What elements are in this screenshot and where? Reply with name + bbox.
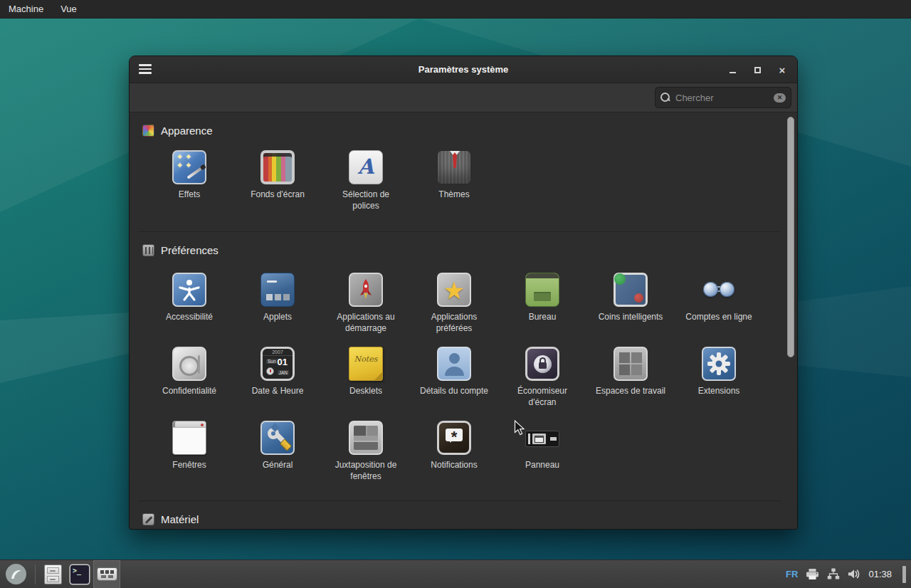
- search-input[interactable]: [675, 93, 774, 103]
- system-settings-window: Paramètres système × ✕ Apparence Effets: [129, 56, 798, 530]
- section-title: Préférences: [161, 244, 218, 256]
- settings-item-coins-intelligents[interactable]: Coins intelligents: [586, 273, 675, 347]
- settings-item-comptes-en-ligne[interactable]: Comptes en ligne: [675, 273, 763, 347]
- panel-icon: [525, 421, 559, 455]
- settings-item-general[interactable]: Général: [233, 421, 322, 495]
- mint-menu-button[interactable]: [0, 560, 31, 588]
- hamburger-menu-icon[interactable]: [139, 64, 152, 75]
- applets-icon: [260, 273, 295, 307]
- item-label: Bureau: [529, 312, 557, 323]
- mint-logo-icon: [5, 563, 27, 585]
- vm-menubar: Machine Vue: [0, 0, 911, 19]
- item-label: Général: [263, 460, 293, 471]
- keyboard-layout-indicator[interactable]: FR: [786, 569, 798, 579]
- item-label: Coins intelligents: [599, 312, 663, 323]
- settings-item-fenetres[interactable]: Fenêtres: [145, 421, 233, 495]
- system-settings-taskbar-button[interactable]: [93, 560, 120, 588]
- close-icon[interactable]: ×: [777, 65, 787, 75]
- section-header-materiel: Matériel: [142, 510, 797, 527]
- section-divider: [138, 231, 781, 232]
- settings-keys-icon: [97, 567, 117, 581]
- settings-item-confidentialite[interactable]: Confidentialité: [145, 347, 233, 421]
- magic-wand-shape: [186, 165, 204, 179]
- calendar-weekday: Sun: [266, 359, 278, 364]
- network-icon[interactable]: [827, 568, 840, 580]
- item-label: Économiseur d'écran: [505, 386, 579, 408]
- section-title: Matériel: [161, 513, 199, 525]
- settings-item-economiseur-ecran[interactable]: Économiseur d'écran: [498, 347, 586, 421]
- item-label: Confidentialité: [162, 386, 216, 397]
- settings-item-espaces-travail[interactable]: Espaces de travail: [586, 347, 675, 421]
- windows-icon: [172, 421, 206, 455]
- calendar-month: JAN: [278, 370, 289, 375]
- rocket-shape: [358, 278, 374, 301]
- terminal-icon: >_: [70, 565, 89, 584]
- scrollbar[interactable]: [787, 117, 794, 357]
- clear-search-icon[interactable]: ✕: [774, 93, 786, 103]
- item-label: Fonds d'écran: [251, 189, 305, 201]
- vm-menu-vue[interactable]: Vue: [52, 0, 85, 19]
- show-desktop-button[interactable]: [902, 566, 906, 583]
- taskbar-separator: [35, 565, 36, 584]
- file-cabinet-icon: [44, 565, 62, 584]
- apparence-grid: Effets Fonds d'écran A Sélection de poli…: [145, 150, 797, 224]
- printer-icon[interactable]: [806, 568, 819, 580]
- item-label: Thèmes: [438, 189, 469, 201]
- maximize-icon[interactable]: [752, 65, 762, 75]
- item-label: Juxtaposition de fenêtres: [329, 460, 403, 482]
- settings-item-applets[interactable]: Applets: [233, 273, 322, 347]
- item-label: Applications au démarrage: [329, 312, 403, 334]
- clock[interactable]: 01:38: [868, 569, 892, 579]
- settings-content: Apparence Effets Fonds d'écran A Sélecti…: [130, 112, 797, 529]
- section-header-preferences: Préférences: [142, 241, 797, 258]
- item-label: Sélection de polices: [329, 189, 403, 211]
- settings-item-juxtaposition-fenetres[interactable]: Juxtaposition de fenêtres: [322, 421, 410, 495]
- settings-item-notifications[interactable]: Notifications: [410, 421, 498, 495]
- font-letter: A: [349, 151, 382, 182]
- settings-item-fonds-ecran[interactable]: Fonds d'écran: [233, 150, 322, 224]
- settings-item-effets[interactable]: Effets: [145, 150, 233, 224]
- section-divider: [138, 500, 781, 501]
- workspaces-icon: [614, 347, 648, 381]
- settings-item-themes[interactable]: Thèmes: [410, 150, 498, 224]
- section-title: Apparence: [161, 125, 213, 137]
- privacy-icon: [172, 347, 206, 381]
- effects-icon: [172, 150, 206, 184]
- settings-item-bureau[interactable]: Bureau: [498, 273, 586, 347]
- settings-item-details-compte[interactable]: Détails du compte: [410, 347, 498, 421]
- calendar-year: 2007: [263, 350, 293, 356]
- settings-item-accessibilite[interactable]: Accessibilité: [145, 273, 233, 347]
- settings-item-extensions[interactable]: Extensions: [675, 347, 763, 421]
- lock-disc-shape: [534, 355, 552, 373]
- section-header-apparence: Apparence: [142, 122, 797, 139]
- date-time-icon: 2007 Sun 01 JAN: [260, 347, 295, 381]
- settings-item-desklets[interactable]: Notes Desklets: [322, 347, 410, 421]
- toolbar: ✕: [130, 83, 797, 112]
- system-tray: FR 01:38: [786, 560, 911, 588]
- settings-item-date-heure[interactable]: 2007 Sun 01 JAN Date & Heure: [233, 347, 322, 421]
- item-label: Comptes en ligne: [685, 312, 752, 323]
- settings-item-applications-demarrage[interactable]: Applications au démarrage: [322, 273, 410, 347]
- settings-item-applications-preferees[interactable]: Applications préférées: [410, 273, 498, 347]
- item-label: Applications préférées: [417, 312, 491, 334]
- terminal-launcher[interactable]: >_: [66, 560, 93, 588]
- window-title: Paramètres système: [418, 64, 508, 75]
- search-box[interactable]: ✕: [655, 87, 791, 108]
- search-icon: [660, 93, 670, 103]
- titlebar[interactable]: Paramètres système ×: [130, 56, 797, 83]
- window-tiling-icon: [349, 421, 383, 455]
- minimize-icon[interactable]: [727, 65, 737, 75]
- desklets-icon: Notes: [349, 347, 383, 381]
- vm-menu-machine[interactable]: Machine: [0, 0, 52, 19]
- settings-item-panneau[interactable]: Panneau: [498, 421, 586, 495]
- volume-icon[interactable]: [848, 569, 860, 579]
- settings-item-selection-polices[interactable]: A Sélection de polices: [322, 150, 410, 224]
- file-manager-launcher[interactable]: [39, 560, 66, 588]
- item-label: Applets: [263, 312, 292, 323]
- item-label: Date & Heure: [252, 386, 304, 397]
- font-selection-icon: A: [349, 150, 383, 184]
- general-icon: [260, 421, 295, 455]
- item-label: Panneau: [525, 460, 559, 471]
- calendar-day: 01: [278, 357, 288, 367]
- item-label: Espaces de travail: [596, 386, 665, 397]
